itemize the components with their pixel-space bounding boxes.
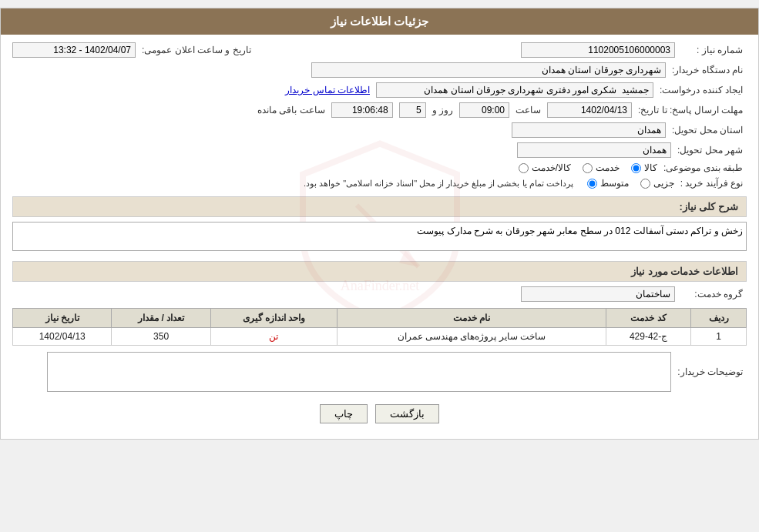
col-unit-header: واحد اندازه گیری <box>210 309 337 328</box>
row-buyer-desc: توضیحات خریدار: <box>12 352 747 392</box>
contact-link[interactable]: اطلاعات تماس خریدار <box>285 85 370 95</box>
buyer-name-label: نام دستگاه خریدار: <box>672 65 743 75</box>
row-process: نوع فرآیند خرید : جزیی متوسط پرداخت تمام… <box>12 178 747 189</box>
col-row-header: ردیف <box>691 309 747 328</box>
deadline-days-input[interactable] <box>399 102 426 118</box>
need-desc-section-title: شرح کلی نیاز: <box>12 196 747 217</box>
back-button[interactable]: بازگشت <box>375 404 439 423</box>
print-button[interactable]: چاپ <box>320 404 368 423</box>
cell-row: 1 <box>691 328 747 346</box>
row-deadline: مهلت ارسال پاسخ: تا تاریخ: ساعت روز و سا… <box>12 102 747 118</box>
table-row: 1 ج-42-429 ساخت سایر پروژه‌های مهندسی عم… <box>13 328 747 346</box>
process-motavasset-radio[interactable] <box>587 179 597 189</box>
col-code-header: کد خدمت <box>606 309 691 328</box>
cell-date: 1402/04/13 <box>13 328 112 346</box>
deadline-time-label: ساعت <box>516 105 541 115</box>
process-jozi-radio[interactable] <box>640 179 650 189</box>
category-khedmat-radio[interactable] <box>583 163 593 173</box>
category-kala-item: کالا <box>631 162 657 173</box>
page-wrapper: جزئیات اطلاعات نیاز AnaFinder.net شماره … <box>0 8 759 440</box>
cell-count: 350 <box>112 328 210 346</box>
creator-label: ایجاد کننده درخواست: <box>660 85 743 95</box>
col-count-header: تعداد / مقدار <box>112 309 210 328</box>
deadline-remaining-input[interactable] <box>331 102 393 118</box>
category-khedmat-label: خدمت <box>596 162 620 173</box>
city-input[interactable] <box>517 142 671 158</box>
category-khedmat-item: خدمت <box>583 162 620 173</box>
row-province: استان محل تحویل: <box>12 122 747 138</box>
buyer-name-input[interactable] <box>311 62 666 78</box>
row-city: شهر محل تحویل: <box>12 142 747 158</box>
category-radio-group: کالا خدمت کالا/خدمت <box>519 162 657 173</box>
category-kala-khedmat-item: کالا/خدمت <box>519 162 571 173</box>
need-number-input[interactable] <box>521 42 675 58</box>
page-title: جزئیات اطلاعات نیاز <box>331 15 428 28</box>
category-kala-khedmat-radio[interactable] <box>519 163 529 173</box>
category-kala-label: کالا <box>644 162 657 173</box>
page-header: جزئیات اطلاعات نیاز <box>1 8 758 35</box>
footer-buttons: بازگشت چاپ <box>12 396 747 431</box>
cell-code: ج-42-429 <box>606 328 691 346</box>
row-creator: ایجاد کننده درخواست: اطلاعات تماس خریدار <box>12 82 747 98</box>
content-area: AnaFinder.net شماره نیاز : تاریخ و ساعت … <box>1 35 758 439</box>
row-service-group: گروه خدمت: <box>12 286 747 302</box>
col-date-header: تاریخ نیاز <box>13 309 112 328</box>
deadline-days-label: روز و <box>432 105 453 115</box>
services-table: ردیف کد خدمت نام خدمت واحد اندازه گیری ت… <box>12 308 747 346</box>
process-desc: پرداخت تمام یا بخشی از مبلغ خریدار از مح… <box>304 179 573 189</box>
category-label: طبقه بندی موضوعی: <box>663 162 743 173</box>
cell-unit: تن <box>210 328 337 346</box>
city-label: شهر محل تحویل: <box>677 145 743 156</box>
row-buyer-name: نام دستگاه خریدار: <box>12 62 747 78</box>
row-need-number: شماره نیاز : تاریخ و ساعت اعلان عمومی: <box>12 42 747 58</box>
need-desc-textarea[interactable]: زخش و تراکم دستی آسفالت 012 در سطح معابر… <box>12 222 747 251</box>
need-desc-label: شرح کلی نیاز: <box>679 201 738 212</box>
province-label: استان محل تحویل: <box>672 125 743 136</box>
deadline-time-input[interactable] <box>459 102 509 118</box>
buyer-desc-textarea[interactable] <box>47 352 671 392</box>
row-category: طبقه بندی موضوعی: کالا خدمت کالا/خدمت <box>12 162 747 173</box>
need-number-label: شماره نیاز : <box>681 45 743 55</box>
deadline-label: مهلت ارسال پاسخ: تا تاریخ: <box>638 105 743 115</box>
announce-date-label: تاریخ و ساعت اعلان عمومی: <box>142 45 251 55</box>
process-jozi-label: جزیی <box>653 178 674 189</box>
service-group-input[interactable] <box>521 286 675 302</box>
announce-date-input[interactable] <box>12 42 136 58</box>
category-kala-khedmat-label: کالا/خدمت <box>532 162 571 173</box>
process-jozi-item: جزیی <box>640 178 674 189</box>
col-name-header: نام خدمت <box>338 309 606 328</box>
deadline-date-input[interactable] <box>547 102 632 118</box>
services-section-label: اطلاعات خدمات مورد نیاز <box>631 266 738 277</box>
service-group-label: گروه خدمت: <box>681 289 743 299</box>
process-motavasset-item: متوسط <box>587 178 629 189</box>
category-kala-radio[interactable] <box>631 163 641 173</box>
province-input[interactable] <box>512 122 666 138</box>
cell-name: ساخت سایر پروژه‌های مهندسی عمران <box>338 328 606 346</box>
process-motavasset-label: متوسط <box>600 178 629 189</box>
need-desc-area: زخش و تراکم دستی آسفالت 012 در سطح معابر… <box>12 222 747 253</box>
deadline-remaining-label: ساعت باقی مانده <box>257 105 325 115</box>
process-radio-group: جزیی متوسط <box>587 178 674 189</box>
creator-input[interactable] <box>376 82 653 98</box>
buyer-desc-label: توضیحات خریدار: <box>677 366 743 377</box>
services-section-title: اطلاعات خدمات مورد نیاز <box>12 261 747 282</box>
process-label: نوع فرآیند خرید : <box>680 178 743 189</box>
